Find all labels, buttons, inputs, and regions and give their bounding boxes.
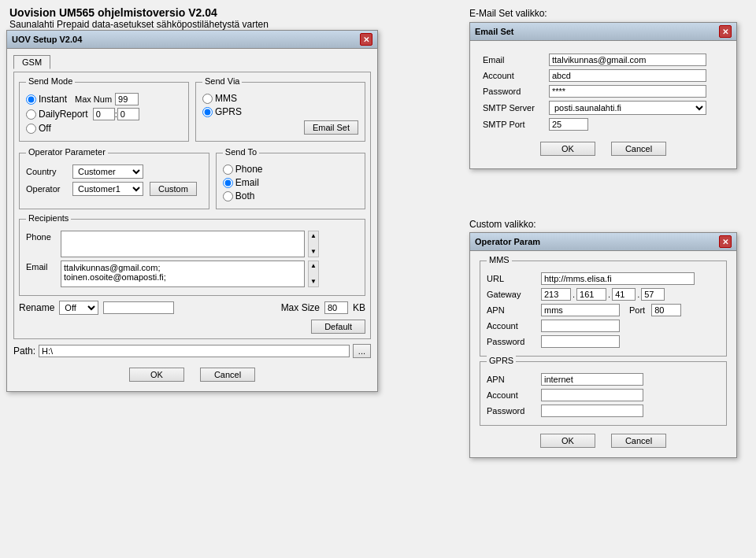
- gprs-account-label: Account: [487, 390, 538, 400]
- rename-input[interactable]: [103, 301, 174, 314]
- uov-setup-titlebar: UOV Setup V2.04 ✕: [7, 31, 377, 49]
- rename-select[interactable]: Off: [59, 301, 98, 315]
- gateway-fields: . . .: [541, 288, 665, 301]
- mms-radio[interactable]: [202, 94, 213, 104]
- rename-label: Rename: [19, 302, 54, 313]
- email-set-account-row: Account: [483, 69, 724, 82]
- mms-group-title: MMS: [487, 255, 512, 264]
- email-set-password-input[interactable]: [549, 85, 706, 98]
- phone-radio[interactable]: [223, 164, 233, 175]
- gprs-apn-input[interactable]: [541, 373, 643, 386]
- email-set-section-label: E-Mail Set valikko:: [469, 8, 547, 19]
- path-input[interactable]: [39, 345, 350, 357]
- uov-setup-body: GSM Send Mode Instant Max Num D: [7, 49, 377, 391]
- max-size-input[interactable]: [324, 301, 348, 314]
- instant-label: Instant: [39, 94, 67, 105]
- uov-cancel-button[interactable]: Cancel: [200, 368, 255, 382]
- mms-account-input[interactable]: [541, 320, 620, 332]
- url-row: URL: [487, 272, 720, 285]
- country-label: Country: [26, 167, 69, 176]
- daily-field2[interactable]: [117, 108, 139, 120]
- country-select[interactable]: Customer: [72, 164, 143, 179]
- operator-param-group: Operator Parameter Country Customer Oper…: [19, 153, 209, 209]
- email-set-button[interactable]: Email Set: [304, 120, 358, 135]
- email-set-account-input[interactable]: [549, 69, 706, 82]
- email-set-smtp-server-label: SMTP Server: [483, 103, 546, 113]
- max-num-label: Max Num: [75, 94, 112, 104]
- instant-radio[interactable]: [26, 94, 36, 105]
- mms-password-input[interactable]: [541, 335, 620, 348]
- email-set-close-button[interactable]: ✕: [719, 25, 732, 38]
- tab-bar: GSM: [13, 55, 371, 68]
- default-button[interactable]: Default: [311, 320, 365, 334]
- operator-param-body: MMS URL Gateway . . . APN: [470, 251, 736, 457]
- mms-apn-label: APN: [487, 305, 538, 315]
- tab-gsm[interactable]: GSM: [13, 55, 50, 69]
- daily-field1[interactable]: [93, 108, 115, 120]
- email-set-password-row: Password: [483, 85, 724, 98]
- operator-label: Operator: [26, 184, 69, 194]
- mms-apn-input[interactable]: [541, 304, 620, 316]
- uov-setup-close-button[interactable]: ✕: [360, 33, 372, 46]
- email-set-smtp-port-input[interactable]: [549, 118, 588, 131]
- gw4-input[interactable]: [641, 288, 665, 301]
- operator-param-window: Operator Param ✕ MMS URL Gateway . . .: [469, 232, 737, 458]
- uov-setup-title: UOV Setup V2.04: [12, 35, 82, 44]
- send-mode-title: Send Mode: [26, 76, 75, 86]
- email-set-smtp-server-select[interactable]: posti.saunalahti.fi: [549, 101, 706, 115]
- email-set-smtp-port-row: SMTP Port: [483, 118, 724, 131]
- email-set-email-label: Email: [483, 55, 546, 65]
- both-row: Both: [223, 190, 358, 201]
- phone-scrollbar[interactable]: [308, 231, 319, 257]
- email-recipients-label: Email: [26, 261, 57, 272]
- email-recipients-textarea[interactable]: ttalvikunnas@gmail.com; toinen.osoite@om…: [61, 261, 305, 287]
- port-input[interactable]: [651, 304, 681, 316]
- port-label: Port: [629, 305, 645, 315]
- gprs-radio[interactable]: [202, 107, 213, 117]
- gw3-input[interactable]: [612, 288, 636, 301]
- max-size-label: Max Size: [281, 302, 320, 313]
- custom-button[interactable]: Custom: [150, 182, 197, 196]
- mms-password-label: Password: [487, 337, 538, 346]
- daily-report-radio[interactable]: [26, 109, 36, 120]
- phone-recipients-textarea[interactable]: [61, 231, 305, 257]
- send-via-title: Send Via: [202, 76, 242, 86]
- email-radio[interactable]: [223, 178, 233, 188]
- gprs-password-input[interactable]: [541, 405, 643, 417]
- mms-account-label: Account: [487, 321, 538, 331]
- recipients-group: Recipients Phone Email ttalvikunnas@gmai…: [19, 219, 365, 296]
- instant-row: Instant Max Num: [26, 93, 182, 105]
- path-label: Path:: [13, 346, 35, 357]
- send-to-title: Send To: [223, 147, 259, 157]
- custom-section-label: Custom valikko:: [469, 219, 536, 230]
- operator-param-title: Operator Param: [475, 237, 540, 246]
- operator-select[interactable]: Customer1: [72, 182, 143, 196]
- gprs-apn-row: APN: [487, 373, 720, 386]
- gw1-input[interactable]: [541, 288, 571, 301]
- email-set-ok-button[interactable]: OK: [540, 142, 595, 156]
- operator-param-ok-button[interactable]: OK: [540, 434, 595, 448]
- uov-ok-button[interactable]: OK: [129, 368, 184, 382]
- dot3: .: [637, 290, 639, 299]
- mms-password-row: Password: [487, 335, 720, 348]
- gprs-account-row: Account: [487, 389, 720, 401]
- url-input[interactable]: [541, 272, 695, 285]
- email-set-email-input[interactable]: [549, 54, 706, 66]
- both-radio[interactable]: [223, 191, 233, 201]
- operator-param-close-button[interactable]: ✕: [719, 235, 732, 248]
- max-num-input[interactable]: [115, 93, 139, 105]
- email-scrollbar[interactable]: [308, 261, 319, 287]
- email-row: Email: [223, 177, 358, 188]
- email-set-body: Email document.currentScript.previousEle…: [470, 41, 736, 168]
- browse-button[interactable]: ...: [353, 344, 371, 358]
- gw2-input[interactable]: [576, 288, 606, 301]
- operator-param-titlebar: Operator Param ✕: [470, 233, 736, 251]
- email-set-bottom-buttons: OK Cancel: [483, 139, 724, 159]
- email-set-title: Email Set: [475, 27, 514, 36]
- email-set-cancel-button[interactable]: Cancel: [611, 142, 666, 156]
- email-set-password-label: Password: [483, 87, 546, 96]
- off-radio[interactable]: [26, 124, 36, 134]
- email-set-btn-row: Email Set: [202, 120, 358, 135]
- gprs-account-input[interactable]: [541, 389, 643, 401]
- operator-param-cancel-button[interactable]: Cancel: [611, 434, 666, 448]
